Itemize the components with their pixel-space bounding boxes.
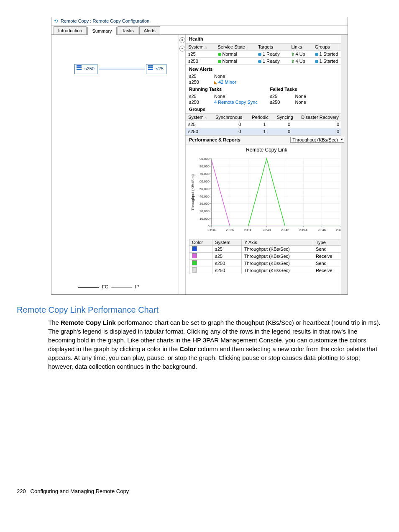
alerts-link[interactable]: 42 Minor (218, 80, 236, 85)
chart-metric-select[interactable]: Throughput (KBs/Sec) (290, 137, 344, 143)
groups-table: System△ Synchronous Periodic Syncing Dis… (186, 113, 348, 135)
details-pane: Health System△ Service State Targets Lin… (186, 35, 348, 294)
running-tasks-header: Running Tasks (186, 85, 267, 93)
window-title: Remote Copy : Remote Copy Configuration (61, 18, 149, 23)
section-heading: Remote Copy Link Performance Chart (17, 305, 382, 315)
server-icon (77, 65, 82, 73)
doc-section: Remote Copy Link Performance Chart The R… (17, 305, 382, 371)
remote-copy-icon: ⟲ (54, 18, 58, 23)
legend-row[interactable]: s25Throughput (KBs/Sec)Send (189, 246, 344, 253)
svg-text:23:40: 23:40 (263, 228, 271, 232)
status-dot-icon (315, 60, 318, 63)
col-system[interactable]: System△ (186, 44, 215, 51)
color-swatch[interactable] (192, 260, 197, 265)
failed-tasks-header: Failed Tasks (267, 85, 348, 93)
status-dot-icon (258, 53, 261, 56)
page-footer: 220 Configuring and Managing Remote Copy (17, 488, 382, 494)
svg-text:0: 0 (207, 224, 210, 228)
section-body: The Remote Copy Link performance chart c… (48, 318, 382, 371)
legend-connection-types: FC IP (77, 284, 139, 289)
svg-text:80,000: 80,000 (200, 164, 210, 168)
up-arrow-icon: ⇧ (291, 59, 294, 64)
tab-alerts[interactable]: Alerts (139, 26, 160, 34)
svg-text:23:36: 23:36 (226, 228, 234, 232)
legend-row[interactable]: s250Throughput (KBs/Sec)Send (189, 260, 344, 267)
topology-node-right[interactable]: s25 (146, 64, 166, 74)
svg-text:50,000: 50,000 (200, 187, 210, 191)
list-item: s25 None (267, 93, 348, 99)
col-syncing[interactable]: Syncing (274, 114, 299, 121)
status-dot-icon (258, 60, 261, 63)
svg-text:23:42: 23:42 (281, 228, 289, 232)
col-targets[interactable]: Targets (256, 44, 289, 51)
svg-text:70,000: 70,000 (200, 172, 210, 176)
col-synchronous[interactable]: Synchronous (213, 114, 249, 121)
tab-tasks[interactable]: Tasks (118, 26, 138, 34)
col-yaxis[interactable]: Y-Axis (241, 239, 313, 246)
sort-icon: △ (205, 116, 207, 120)
col-color[interactable]: Color (189, 239, 212, 246)
status-dot-icon (218, 53, 221, 56)
tab-introduction[interactable]: Introduction (54, 26, 87, 34)
svg-text:23:38: 23:38 (244, 228, 253, 232)
sort-icon: △ (205, 46, 207, 49)
table-row[interactable]: s250 0 1 0 0 (186, 128, 348, 135)
legend-row[interactable]: s250Throughput (KBs/Sec)Receive (189, 267, 344, 274)
topology-pane: s250 s25 FC IP (51, 35, 179, 294)
col-disaster-recovery[interactable]: Disaster Recovery (299, 114, 348, 121)
perf-chart: Remote Copy Link 010,00020,00030,00040,0… (186, 144, 348, 274)
chart-title: Remote Copy Link (189, 146, 344, 154)
col-system[interactable]: System (212, 239, 242, 246)
svg-text:23:34: 23:34 (207, 228, 216, 232)
list-item: s25 None (186, 93, 267, 99)
chart-legend-table: Color System Y-Axis Type s25Throughput (… (189, 239, 344, 274)
status-dot-icon (315, 53, 318, 56)
health-header: Health (186, 35, 348, 43)
svg-text:90,000: 90,000 (200, 157, 210, 161)
list-item: s250 None (267, 99, 348, 105)
up-arrow-icon: ⇧ (291, 52, 294, 57)
status-dot-icon (218, 60, 221, 63)
topology-node-left[interactable]: s250 (74, 64, 97, 74)
col-links[interactable]: Links (289, 44, 312, 51)
server-icon (148, 65, 154, 73)
color-swatch[interactable] (192, 246, 197, 251)
legend-row[interactable]: s25Throughput (KBs/Sec)Receive (189, 253, 344, 260)
new-alerts-header: New Alerts (186, 65, 348, 73)
svg-text:23:44: 23:44 (299, 228, 308, 232)
list-item: s250 4 Remote Copy Sync (186, 99, 267, 105)
svg-text:Throughput (KBs/Sec): Throughput (KBs/Sec) (191, 174, 195, 211)
chart-svg: 010,00020,00030,00040,00050,00060,00070,… (189, 154, 344, 237)
col-system[interactable]: System△ (186, 114, 213, 121)
collapse-left-icon[interactable]: « (179, 37, 185, 43)
perf-header: Performance & Reports (189, 137, 240, 142)
list-item: s250 ◣42 Minor (186, 79, 348, 85)
scrollbar-vertical[interactable] (341, 35, 348, 294)
col-service-state[interactable]: Service State (215, 44, 256, 51)
svg-text:23:46: 23:46 (318, 228, 326, 232)
list-item: s25 None (186, 73, 348, 79)
topology-link-line (99, 65, 145, 73)
groups-header: Groups (186, 105, 348, 113)
col-type[interactable]: Type (313, 239, 344, 246)
expand-right-icon[interactable]: » (179, 46, 185, 51)
table-row[interactable]: s25 0 1 0 0 (186, 121, 348, 128)
table-row[interactable]: s25 Normal 1 Ready ⇧4 Up 1 Started (186, 51, 348, 58)
svg-text:10,000: 10,000 (200, 217, 210, 221)
svg-text:30,000: 30,000 (200, 202, 210, 206)
table-row[interactable]: s250 Normal 1 Ready ⇧4 Up 1 Started (186, 58, 348, 65)
svg-text:60,000: 60,000 (200, 180, 210, 183)
color-swatch[interactable] (192, 267, 197, 272)
window-titlebar: ⟲ Remote Copy : Remote Copy Configuratio… (51, 17, 348, 26)
app-window: ⟲ Remote Copy : Remote Copy Configuratio… (51, 17, 348, 295)
health-table: System△ Service State Targets Links Grou… (186, 43, 348, 65)
tab-summary[interactable]: Summary (87, 27, 116, 35)
col-periodic[interactable]: Periodic (249, 114, 274, 121)
svg-text:40,000: 40,000 (200, 195, 210, 198)
tab-bar: Introduction Summary Tasks Alerts (51, 26, 348, 35)
color-swatch[interactable] (192, 253, 197, 258)
svg-text:20,000: 20,000 (200, 209, 210, 213)
alert-minor-icon: ◣ (214, 80, 217, 85)
pane-controls: « » (179, 35, 186, 294)
running-tasks-link[interactable]: 4 Remote Copy Sync (214, 100, 258, 105)
